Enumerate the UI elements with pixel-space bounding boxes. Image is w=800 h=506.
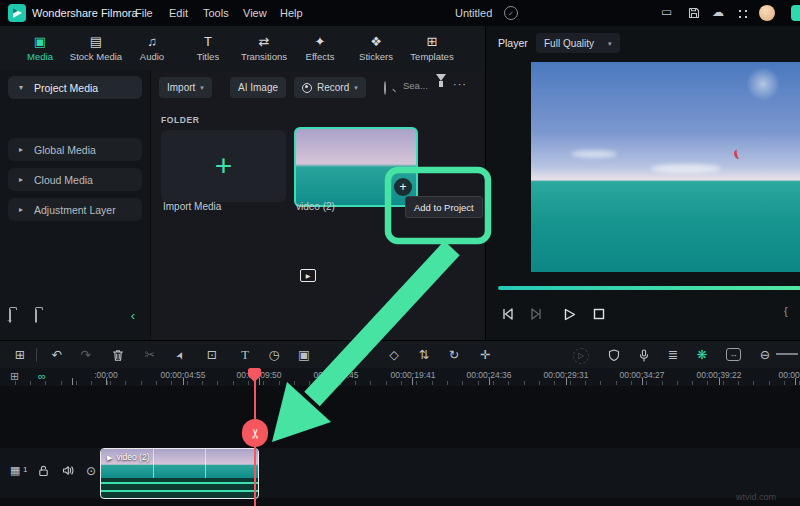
cloud: [651, 164, 721, 173]
sidebar-cloud-media[interactable]: ▸ Cloud Media: [8, 168, 142, 191]
shield-icon[interactable]: [606, 348, 622, 363]
play-button[interactable]: [559, 304, 579, 324]
add-to-timeline-plus-button[interactable]: +: [394, 178, 412, 196]
fit-timeline-icon[interactable]: ⌖: [356, 348, 372, 363]
track-count-badge: 1: [23, 465, 27, 474]
lock-track-icon[interactable]: [38, 465, 49, 477]
apps-grid-icon[interactable]: [737, 8, 748, 19]
ruler-major-ticks: [0, 378, 800, 385]
saved-check-icon[interactable]: ✓: [504, 6, 518, 20]
chevron-down-icon: ▾: [608, 40, 612, 47]
menu-view[interactable]: View: [243, 7, 267, 19]
import-media-tile[interactable]: +: [161, 130, 286, 202]
layout-panel-icon[interactable]: ▭: [661, 6, 672, 18]
effects-icon: ✦: [315, 35, 326, 48]
menu-edit[interactable]: Edit: [169, 7, 188, 19]
toggle-visibility-icon[interactable]: ⊙: [86, 465, 96, 477]
sidebar-adjustment-layer[interactable]: ▸ Adjustment Layer: [8, 198, 142, 221]
speed-ramp-icon[interactable]: ↻: [446, 348, 462, 363]
sidebar-project-media[interactable]: ▾ Project Media: [8, 76, 142, 99]
filmora-logo-icon: [8, 4, 26, 22]
menu-help[interactable]: Help: [280, 7, 303, 19]
select-tool-icon[interactable]: ➤: [170, 345, 190, 366]
collapse-sidebar-icon[interactable]: ‹: [124, 306, 142, 324]
filmora-app-window: Wondershare Filmora File Edit Tools View…: [0, 0, 800, 506]
stabilization-icon[interactable]: ✛: [477, 348, 493, 363]
audio-waveform-line: [101, 482, 258, 484]
media-panel-icon[interactable]: ⊞: [12, 348, 28, 363]
sun-glare: [746, 67, 780, 101]
delete-icon[interactable]: [110, 348, 126, 363]
audio-icon: ♫: [147, 35, 157, 48]
media-tab-bar: ▣Media ▤Stock Media ♫Audio TTitles ⇄Tran…: [0, 26, 485, 71]
chevron-right-icon: ▸: [8, 206, 34, 214]
mute-track-icon[interactable]: [62, 465, 74, 476]
track-manager-icon[interactable]: ≣: [665, 348, 681, 363]
divider: [36, 348, 37, 362]
chevron-right-icon: ▸: [8, 146, 34, 154]
folder-section-label: FOLDER: [161, 115, 200, 125]
zoom-out-icon[interactable]: ⊖: [757, 348, 773, 363]
save-icon[interactable]: [688, 7, 700, 19]
new-folder-icon[interactable]: +: [9, 309, 11, 323]
chevron-down-icon: ▾: [8, 84, 34, 92]
playback-progress-bar[interactable]: [498, 286, 800, 290]
record-button[interactable]: Record ▾: [294, 77, 366, 98]
timeline-toolbar: ⊞ ↶ ↷ ✂ ➤ ⊡ T ◷ ▣ ⌖ ◇ ⇅ ↻ ✛ ▷ ≣ ❋ ↔ ⊖: [0, 340, 800, 370]
ai-image-button[interactable]: AI Image: [230, 77, 286, 98]
render-preview-icon[interactable]: ▷: [573, 348, 589, 364]
record-dot-icon: [302, 83, 312, 93]
timeline-tracks: ▦ 1 ⊙ ▶ video (2): [0, 386, 800, 506]
titles-icon: T: [204, 35, 212, 48]
export-button[interactable]: [791, 5, 800, 21]
split-icon[interactable]: ✂: [142, 348, 158, 363]
player-label: Player: [498, 37, 528, 49]
crop-icon[interactable]: ⊡: [204, 348, 220, 363]
quality-dropdown[interactable]: Full Quality ▾: [536, 33, 620, 53]
split-at-playhead-button[interactable]: ✂: [242, 419, 268, 447]
tab-transitions[interactable]: ⇄Transitions: [236, 26, 292, 70]
plus-icon: +: [215, 151, 233, 181]
tab-effects[interactable]: ✦Effects: [292, 26, 348, 70]
media-sidebar: ▾ Project Media Folder ▸ Global Media ▸ …: [0, 70, 150, 340]
import-tile-label: Import Media: [163, 201, 221, 212]
filmstrip-icon: ▶: [300, 269, 316, 282]
video-track-icon[interactable]: ▦: [10, 465, 20, 476]
green-screen-icon[interactable]: ❋: [694, 348, 710, 363]
tab-stock-media[interactable]: ▤Stock Media: [68, 26, 124, 70]
tab-media[interactable]: ▣Media: [12, 26, 68, 70]
menu-tools[interactable]: Tools: [203, 7, 229, 19]
mask-icon[interactable]: ▣: [296, 348, 312, 363]
undo-icon[interactable]: ↶: [49, 348, 65, 363]
user-avatar[interactable]: [759, 5, 775, 21]
timeline-ruler[interactable]: ⊞ ∞ :00:00 00:00:04:55 00:00:09:50 00:00…: [0, 368, 800, 387]
auto-ripple-icon[interactable]: ↔: [726, 348, 741, 361]
audio-waveform-line: [101, 490, 258, 492]
microphone-icon[interactable]: [636, 348, 652, 363]
watermark: wtvid.com: [736, 492, 776, 502]
folder-icon[interactable]: [35, 309, 37, 323]
stop-button[interactable]: [589, 304, 609, 324]
menu-file[interactable]: File: [135, 7, 153, 19]
next-frame-button[interactable]: [527, 304, 547, 324]
filter-icon[interactable]: [436, 74, 446, 93]
sidebar-global-media[interactable]: ▸ Global Media: [8, 138, 142, 161]
redo-icon[interactable]: ↷: [78, 348, 94, 363]
tab-audio[interactable]: ♫Audio: [124, 26, 180, 70]
timeline-video-clip[interactable]: ▶ video (2): [100, 448, 259, 499]
previous-frame-button[interactable]: [497, 304, 517, 324]
more-options-icon[interactable]: ···: [453, 79, 467, 90]
tab-stickers[interactable]: ❖Stickers: [348, 26, 404, 70]
tab-titles[interactable]: TTitles: [180, 26, 236, 70]
timeline-zoom-slider[interactable]: [776, 353, 798, 355]
cloud-upload-icon[interactable]: ☁: [712, 6, 724, 18]
speed-icon[interactable]: ◷: [266, 348, 282, 363]
text-tool-icon[interactable]: T: [237, 348, 253, 363]
mark-icon[interactable]: {: [784, 306, 788, 317]
import-button[interactable]: Import ▾: [159, 77, 212, 98]
player-panel: Player Full Quality ▾ {: [485, 26, 800, 340]
keyframe-icon[interactable]: ◇: [386, 348, 402, 363]
tab-templates[interactable]: ⊞Templates: [404, 26, 460, 70]
media-browser: Import ▾ AI Image Record ▾ ··· FOLDER + …: [150, 70, 486, 340]
adjustment-icon[interactable]: ⇅: [416, 348, 432, 363]
